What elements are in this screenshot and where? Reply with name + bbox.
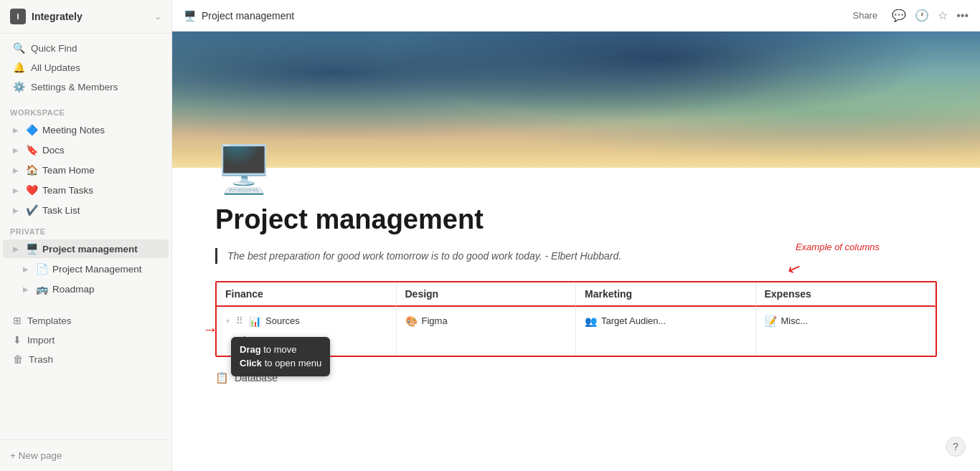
- misc-icon: 📝: [765, 315, 777, 327]
- column-finance-items: + ⠿ 📊 Sources Drag to move Click to open…: [217, 307, 397, 356]
- bell-icon: 🔔: [13, 62, 25, 73]
- sidebar-item-meeting-notes[interactable]: ▶ 🔷 Meeting Notes: [3, 120, 169, 139]
- sidebar-item-task-list-label: Task List: [42, 205, 80, 216]
- sidebar-nav: 🔍 Quick Find 🔔 All Updates ⚙️ Settings &…: [0, 34, 171, 101]
- meeting-notes-icon: 🔷: [26, 124, 38, 135]
- sidebar-item-project-management-2[interactable]: ▶ 📄 Project Management: [3, 260, 169, 278]
- column-header-design: Design: [397, 282, 577, 307]
- tooltip-click-text: to open menu: [262, 358, 321, 368]
- task-list-icon: ✔️: [26, 204, 38, 216]
- col-item-sources[interactable]: + ⠿ 📊 Sources Drag to move Click to open…: [217, 311, 396, 331]
- drag-icon: ⠿: [236, 315, 243, 326]
- page-type-icon: 🖥️: [184, 10, 196, 22]
- figma-icon: 🎨: [405, 315, 418, 327]
- sidebar-item-roadmap-label: Roadmap: [52, 284, 95, 295]
- col-item-target-audience[interactable]: 👥 Target Audien...: [576, 311, 755, 331]
- sidebar-item-task-list[interactable]: ▶ ✔️ Task List: [3, 201, 169, 219]
- app-logo: I: [10, 9, 26, 24]
- sidebar-item-import[interactable]: ⬇ Import: [3, 330, 169, 349]
- sidebar-item-settings[interactable]: ⚙️ Settings & Members: [3, 77, 169, 96]
- help-button[interactable]: ?: [946, 437, 966, 457]
- templates-icon: ⊞: [13, 315, 22, 326]
- roadmap-icon: 🚌: [36, 283, 48, 295]
- columns-grid: Finance Design Marketing Expenses + ⠿ 📊 …: [215, 281, 937, 357]
- sidebar-item-team-tasks[interactable]: ▶ ❤️ Team Tasks: [3, 181, 169, 199]
- main-content: 🖥️ Project management Share 💬 🕐 ☆ ••• 🖥️: [172, 0, 980, 471]
- sidebar-footer: + New page: [0, 439, 171, 471]
- col-item-target-audience-label: Target Audien...: [601, 315, 666, 326]
- add-icon: +: [225, 316, 230, 326]
- tooltip: Drag to move Click to open menu: [231, 337, 330, 376]
- target-audience-icon: 👥: [585, 315, 597, 327]
- sidebar-item-trash[interactable]: 🗑 Trash: [3, 350, 169, 368]
- sidebar-item-team-home[interactable]: ▶ 🏠 Team Home: [3, 161, 169, 179]
- page-title: Project management: [215, 204, 937, 237]
- sidebar-item-team-tasks-label: Team Tasks: [42, 185, 93, 196]
- team-tasks-icon: ❤️: [26, 184, 38, 196]
- chevron-right-icon: ▶: [13, 245, 22, 253]
- tooltip-drag-text: to move: [261, 344, 297, 355]
- col-item-misc[interactable]: 📝 Misc...: [756, 311, 936, 331]
- sidebar-item-trash-label: Trash: [29, 354, 53, 365]
- doc-icon: 📄: [36, 263, 48, 275]
- page-area: 🖥️ Project management The best preparati…: [172, 32, 980, 471]
- chevron-right-icon: ▶: [13, 146, 22, 154]
- chevron-right-icon: ▶: [13, 166, 22, 174]
- sidebar-item-settings-label: Settings & Members: [31, 82, 118, 92]
- sidebar-item-all-updates[interactable]: 🔔 All Updates: [3, 58, 169, 77]
- project-mgmt-icon: 🖥️: [26, 243, 38, 254]
- favorite-icon[interactable]: ☆: [938, 9, 948, 22]
- sidebar: I Integrately ⌄ 🔍 Quick Find 🔔 All Updat…: [0, 0, 172, 471]
- trash-icon: 🗑: [13, 353, 23, 365]
- chevron-right-icon: ▶: [13, 126, 22, 134]
- share-button[interactable]: Share: [847, 7, 883, 24]
- search-icon: 🔍: [13, 42, 25, 54]
- workspace-section-label: WORKSPACE: [0, 101, 171, 120]
- topbar-actions: Share 💬 🕐 ☆ •••: [847, 7, 969, 24]
- page-quote: The best preparation for good work tomor…: [215, 248, 937, 264]
- sidebar-item-docs-label: Docs: [42, 145, 65, 156]
- app-name: Integrately: [32, 11, 149, 22]
- column-design-items: 🎨 Figma: [397, 307, 577, 356]
- column-header-finance: Finance: [217, 282, 397, 307]
- col-item-sources-label: Sources: [265, 315, 300, 326]
- sidebar-item-quick-find[interactable]: 🔍 Quick Find: [3, 39, 169, 57]
- page-body: Project management The best preparation …: [172, 192, 980, 413]
- comment-icon[interactable]: 💬: [892, 9, 906, 22]
- chevron-right-icon: ▶: [23, 265, 32, 273]
- column-expenses-items: 📝 Misc...: [756, 307, 936, 356]
- private-section-label: PRIVATE: [0, 220, 171, 239]
- more-icon[interactable]: •••: [956, 9, 969, 22]
- sidebar-item-team-home-label: Team Home: [42, 165, 95, 176]
- workspace-chevron-icon: ⌄: [154, 11, 161, 22]
- gear-icon: ⚙️: [13, 81, 25, 92]
- columns-section: Example of columns ↙ Finance Design Mark…: [215, 281, 937, 357]
- sidebar-item-project-management-2-label: Project Management: [52, 264, 142, 275]
- sidebar-item-project-management[interactable]: ▶ 🖥️ Project management: [3, 239, 169, 258]
- sidebar-header[interactable]: I Integrately ⌄: [0, 0, 171, 34]
- sidebar-bottom-section: ⊞ Templates ⬇ Import 🗑 Trash: [0, 310, 171, 369]
- sidebar-item-meeting-notes-label: Meeting Notes: [42, 125, 105, 135]
- history-icon[interactable]: 🕐: [915, 9, 929, 22]
- topbar: 🖥️ Project management Share 💬 🕐 ☆ •••: [172, 0, 980, 32]
- team-home-icon: 🏠: [26, 164, 38, 176]
- docs-icon: 🔖: [26, 144, 38, 156]
- sidebar-item-roadmap[interactable]: ▶ 🚌 Roadmap: [3, 280, 169, 298]
- chevron-right-icon: ▶: [13, 186, 22, 194]
- page-emoji[interactable]: 🖥️: [215, 146, 273, 192]
- chevron-right-icon: ▶: [23, 285, 32, 293]
- sidebar-item-import-label: Import: [27, 335, 55, 346]
- chevron-right-icon: ▶: [13, 206, 22, 214]
- sidebar-item-docs[interactable]: ▶ 🔖 Docs: [3, 141, 169, 159]
- column-header-marketing: Marketing: [576, 282, 756, 307]
- col-item-figma[interactable]: 🎨 Figma: [397, 311, 576, 331]
- quote-text: The best preparation for good work tomor…: [227, 250, 621, 262]
- help-label: ?: [953, 441, 958, 452]
- sidebar-item-project-management-label: Project management: [42, 244, 138, 254]
- sidebar-item-templates[interactable]: ⊞ Templates: [3, 311, 169, 330]
- new-page-button[interactable]: + New page: [0, 444, 171, 467]
- tooltip-click-label: Click: [240, 358, 262, 368]
- sidebar-item-all-updates-label: All Updates: [31, 62, 80, 73]
- page-icon-area: 🖥️: [172, 146, 980, 192]
- import-icon: ⬇: [13, 334, 22, 346]
